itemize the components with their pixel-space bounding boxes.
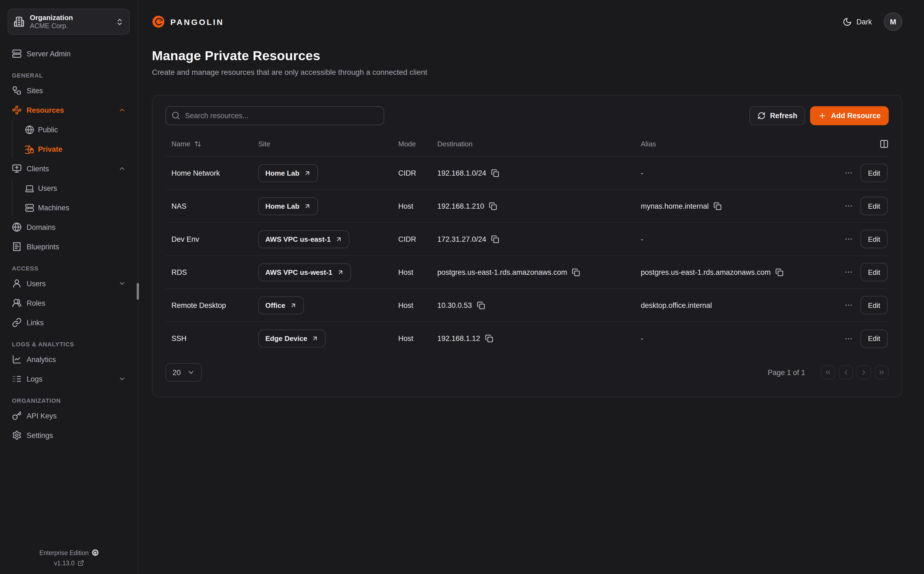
sidebar-item-label: Domains (27, 223, 55, 231)
refresh-button[interactable]: Refresh (749, 106, 805, 125)
search-icon (171, 111, 180, 120)
previous-page-button[interactable] (839, 365, 853, 379)
first-page-button[interactable] (821, 365, 835, 379)
next-page-button[interactable] (857, 365, 871, 379)
resource-mode: Host (398, 301, 413, 309)
column-header-alias: Alias (641, 140, 837, 148)
blueprints-icon (12, 242, 22, 251)
sidebar-item-client-users[interactable]: Users (23, 180, 130, 197)
row-menu-button[interactable] (843, 333, 854, 344)
theme-label: Dark (856, 17, 872, 26)
edit-button[interactable]: Edit (861, 230, 888, 248)
site-name: AWS VPC us-west-1 (265, 268, 332, 276)
resource-mode: Host (398, 268, 413, 276)
site-link-button[interactable]: Home Lab (258, 164, 318, 182)
copy-icon (491, 235, 499, 243)
sidebar-item-public[interactable]: Public (23, 121, 130, 138)
resource-destination: 192.168.1.12 (437, 334, 480, 342)
clients-subnav: Users Machines (12, 180, 130, 216)
page-size-select[interactable]: 20 (166, 363, 202, 382)
resource-destination: 192.168.1.0/24 (437, 169, 486, 177)
copy-destination-button[interactable] (572, 268, 580, 276)
resource-name: Remote Desktop (171, 301, 226, 309)
copy-icon (489, 202, 497, 210)
sidebar-item-label: Settings (27, 431, 53, 439)
last-page-button[interactable] (875, 365, 889, 379)
edit-button[interactable]: Edit (861, 329, 888, 348)
org-switcher[interactable]: Organization ACME Corp. (8, 9, 130, 35)
sidebar-item-users[interactable]: Users (8, 275, 130, 292)
links-icon (12, 318, 22, 327)
resource-mode: CIDR (398, 235, 416, 243)
sidebar-item-label: API Keys (27, 412, 57, 420)
arrow-up-right-icon (312, 335, 319, 342)
add-resource-button[interactable]: Add Resource (810, 106, 889, 125)
add-resource-label: Add Resource (831, 112, 881, 120)
chevron-right-icon (860, 369, 867, 376)
edit-button[interactable]: Edit (861, 197, 888, 215)
site-link-button[interactable]: Office (258, 296, 304, 314)
sidebar-item-server-admin[interactable]: Server Admin (8, 45, 130, 62)
sidebar-item-blueprints[interactable]: Blueprints (8, 238, 130, 255)
copy-alias-button[interactable] (714, 202, 722, 210)
version-link[interactable]: v1.13.0 (54, 560, 84, 566)
edit-button[interactable]: Edit (861, 164, 888, 182)
sidebar-item-label: Clients (27, 164, 49, 173)
sidebar-item-logs[interactable]: Logs (8, 370, 130, 388)
sidebar-item-machines[interactable]: Machines (23, 199, 130, 216)
row-menu-button[interactable] (843, 233, 854, 244)
site-link-button[interactable]: Edge Device (258, 330, 326, 347)
sidebar-item-label: Public (38, 126, 58, 134)
row-menu-button[interactable] (843, 266, 854, 278)
page-title: Manage Private Resources (152, 48, 902, 63)
sidebar-item-links[interactable]: Links (8, 314, 130, 331)
row-menu-button[interactable] (843, 167, 854, 178)
site-link-button[interactable]: AWS VPC us-east-1 (258, 230, 349, 248)
github-icon[interactable] (92, 549, 99, 556)
copy-icon (775, 268, 784, 276)
row-menu-button[interactable] (843, 200, 854, 211)
sidebar-item-resources[interactable]: Resources (8, 101, 130, 119)
sidebar-item-sites[interactable]: Sites (8, 82, 130, 99)
analytics-icon (12, 355, 22, 364)
sidebar-item-api-keys[interactable]: API Keys (8, 407, 130, 424)
sidebar-item-settings[interactable]: Settings (8, 427, 130, 444)
edit-button[interactable]: Edit (861, 263, 888, 281)
site-link-button[interactable]: Home Lab (258, 197, 318, 215)
sort-by-name-button[interactable]: Name (171, 140, 201, 148)
sidebar-item-private[interactable]: Private (23, 140, 130, 158)
copy-destination-button[interactable] (491, 235, 499, 243)
sidebar-item-domains[interactable]: Domains (8, 218, 130, 236)
copy-icon (485, 334, 493, 342)
copy-destination-button[interactable] (489, 202, 497, 210)
column-header-mode: Mode (398, 140, 437, 148)
edit-button[interactable]: Edit (861, 296, 888, 314)
resource-mode: Host (398, 334, 413, 342)
avatar[interactable]: M (884, 13, 902, 31)
sidebar-item-roles[interactable]: Roles (8, 294, 130, 312)
copy-destination-button[interactable] (477, 301, 485, 309)
copy-destination-button[interactable] (485, 334, 493, 342)
chevron-left-icon (842, 369, 850, 376)
copy-icon (572, 268, 580, 276)
copy-icon (491, 169, 499, 177)
sidebar-footer: Enterprise Edition v1.13.0 (0, 549, 138, 566)
row-menu-button[interactable] (843, 300, 854, 311)
brand: PANGOLIN (152, 15, 224, 28)
topbar: PANGOLIN Dark M (152, 12, 902, 32)
copy-destination-button[interactable] (491, 169, 499, 177)
sidebar-item-analytics[interactable]: Analytics (8, 351, 130, 368)
copy-alias-button[interactable] (775, 268, 784, 276)
clients-icon (12, 164, 22, 173)
site-link-button[interactable]: AWS VPC us-west-1 (258, 263, 351, 281)
sidebar-item-clients[interactable]: Clients (8, 160, 130, 177)
column-settings-button[interactable] (880, 139, 889, 148)
resource-alias: - (641, 235, 643, 243)
sidebar-item-label: Links (27, 319, 44, 326)
org-switcher-label: Organization (30, 13, 110, 21)
resource-mode: CIDR (398, 169, 416, 177)
chevron-down-icon (118, 375, 126, 383)
theme-toggle[interactable]: Dark (843, 17, 872, 26)
chevron-down-icon (118, 280, 126, 287)
search-input[interactable] (166, 106, 384, 125)
